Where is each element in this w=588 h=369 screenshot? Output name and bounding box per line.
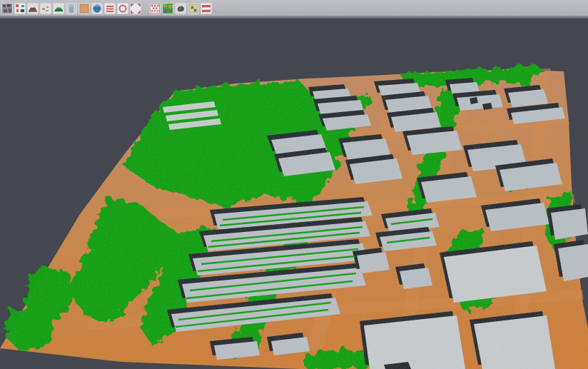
point-cloud-scene[interactable] <box>0 19 588 369</box>
icon-tile <box>14 3 26 14</box>
terrain-model-icon[interactable] <box>26 2 39 15</box>
main-toolbar <box>0 0 588 16</box>
classification-view-icon[interactable] <box>161 2 174 15</box>
profile-tool-icon[interactable] <box>103 2 116 15</box>
icon-tile <box>201 3 212 14</box>
dataset-thumbnail-icon[interactable] <box>1 2 14 15</box>
zoom-extent-icon[interactable] <box>129 2 142 15</box>
icon-tile <box>91 3 103 14</box>
icon-tile <box>66 3 77 14</box>
measurement-icon[interactable] <box>200 2 213 15</box>
pick-center-icon[interactable] <box>116 2 129 15</box>
clip-box-icon[interactable] <box>148 2 161 15</box>
icon-tile <box>27 3 39 14</box>
globe-view-icon[interactable] <box>91 2 103 15</box>
icon-tile <box>188 3 199 14</box>
icon-tile <box>78 3 90 14</box>
mesh-view-icon[interactable] <box>174 2 187 15</box>
icon-tile <box>162 3 173 14</box>
icon-tile <box>104 3 116 14</box>
icon-tile <box>53 3 64 14</box>
point-speckle-overlay <box>0 19 588 369</box>
icon-tile <box>40 3 51 14</box>
icon-tile <box>175 3 186 14</box>
dem-surface-icon[interactable] <box>52 2 65 15</box>
orthophoto-icon[interactable] <box>78 2 91 15</box>
icon-tile <box>1 3 13 14</box>
viewport[interactable] <box>0 19 588 369</box>
import-points-icon[interactable] <box>14 2 26 15</box>
icon-tile <box>149 3 161 14</box>
sparse-points-icon[interactable] <box>39 2 52 15</box>
icon-tile <box>117 3 128 14</box>
side-panel-icon[interactable] <box>65 2 78 15</box>
icon-tile <box>130 3 141 14</box>
green-point-noise <box>0 19 588 369</box>
annotations-icon[interactable] <box>187 2 200 15</box>
